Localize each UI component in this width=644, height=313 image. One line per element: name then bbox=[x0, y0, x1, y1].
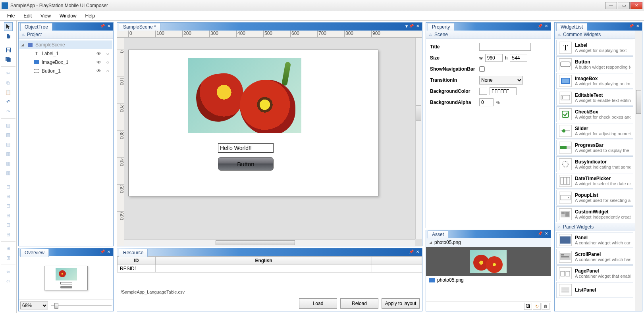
tool-distribute-v3[interactable]: ⊟ bbox=[4, 230, 13, 239]
pin-icon[interactable]: 📌 bbox=[629, 23, 634, 29]
tree-item-scene[interactable]: ◢ SampleScene bbox=[19, 40, 112, 49]
menu-window[interactable]: Window bbox=[56, 12, 81, 19]
tool-align-top[interactable]: ▥ bbox=[4, 150, 13, 158]
menu-file[interactable]: File bbox=[3, 12, 19, 19]
tool-same-width[interactable]: ⬄ bbox=[4, 267, 13, 276]
pin-icon[interactable]: 📌 bbox=[409, 249, 414, 255]
widget-item-popuplist[interactable]: PopupListA widget used for selecting an bbox=[556, 190, 633, 205]
canvas-button[interactable]: Button bbox=[218, 157, 274, 171]
overview-tab[interactable]: Overview bbox=[20, 249, 49, 257]
visibility-icon[interactable]: 👁 bbox=[96, 60, 102, 65]
close-panel-icon[interactable]: ✕ bbox=[415, 249, 420, 255]
widget-item-scrollpanel[interactable]: ScrollPanelA container widget which has … bbox=[556, 249, 633, 265]
widget-item-imagebox[interactable]: ImageBoxA widget for displaying an ima bbox=[556, 73, 633, 89]
scene-canvas[interactable]: Hello World!! Button bbox=[124, 38, 422, 246]
tool-align-right[interactable]: ▤ bbox=[4, 140, 13, 149]
scene-tab[interactable]: SampleScene * bbox=[119, 23, 160, 31]
pin-icon[interactable]: 📌 bbox=[100, 249, 105, 255]
resource-col-english[interactable]: English bbox=[156, 257, 372, 265]
zoom-slider[interactable] bbox=[51, 302, 112, 309]
tool-select[interactable] bbox=[4, 22, 13, 31]
prop-height-input[interactable] bbox=[510, 54, 527, 62]
tool-undo[interactable]: ↶ bbox=[4, 98, 13, 106]
close-panel-icon[interactable]: ✕ bbox=[544, 23, 549, 29]
prop-shownav-checkbox[interactable] bbox=[479, 66, 485, 72]
project-section-header[interactable]: Project bbox=[19, 31, 113, 39]
reload-button[interactable]: Reload bbox=[340, 298, 378, 309]
widget-item-checkbox[interactable]: CheckBoxA widget for check boxes and i bbox=[556, 106, 633, 122]
tool-save[interactable] bbox=[4, 46, 13, 54]
resource-col-id[interactable]: ID bbox=[118, 257, 156, 265]
widget-item-editabletext[interactable]: EditableTextA widget to enable text-edit… bbox=[556, 90, 633, 106]
scene-menu-icon[interactable]: ▾ bbox=[405, 23, 408, 29]
widget-item-panel[interactable]: PanelA container widget which can s bbox=[556, 232, 633, 248]
asset-add-button[interactable]: 🖼 bbox=[524, 303, 532, 310]
close-panel-icon[interactable]: ✕ bbox=[415, 23, 420, 29]
resource-row[interactable]: RESID1 bbox=[118, 265, 422, 273]
prop-transition-select[interactable]: None bbox=[479, 76, 523, 84]
widget-item-customwidget[interactable]: CustomWidgetA widget independently creat… bbox=[556, 206, 633, 222]
tool-align-left[interactable]: ▤ bbox=[4, 121, 13, 130]
close-button[interactable]: ✕ bbox=[631, 2, 642, 9]
prop-bgalpha-input[interactable] bbox=[479, 98, 494, 106]
tool-distribute-h1[interactable]: ⊟ bbox=[4, 182, 13, 191]
prop-title-input[interactable] bbox=[479, 43, 531, 51]
widget-item-listpanel[interactable]: ListPanel bbox=[556, 282, 633, 298]
canvas-label[interactable]: Hello World!! bbox=[218, 143, 274, 153]
maximize-button[interactable]: ▭ bbox=[618, 2, 630, 9]
prop-width-input[interactable] bbox=[485, 54, 503, 62]
lock-icon[interactable]: ○ bbox=[104, 68, 111, 74]
resource-tab[interactable]: Resource bbox=[119, 249, 148, 257]
minimize-button[interactable]: — bbox=[605, 2, 617, 9]
asset-tab[interactable]: Asset bbox=[428, 230, 448, 238]
canvas-imagebox[interactable] bbox=[188, 58, 301, 133]
load-button[interactable]: Load bbox=[299, 298, 337, 309]
close-panel-icon[interactable]: ✕ bbox=[106, 249, 112, 255]
scene-page[interactable]: Hello World!! Button bbox=[128, 50, 378, 196]
scrollbar-vertical[interactable] bbox=[415, 38, 422, 239]
object-tree-tab[interactable]: ObjectTree bbox=[20, 23, 52, 31]
lock-icon[interactable]: ○ bbox=[104, 51, 111, 56]
widget-scrollbar[interactable] bbox=[635, 31, 642, 311]
widget-item-busyindicator[interactable]: BusyIndicatorA widget indicating that so… bbox=[556, 156, 633, 172]
pin-icon[interactable]: 📌 bbox=[409, 23, 414, 29]
pin-icon[interactable]: 📌 bbox=[537, 231, 543, 236]
widget-item-datetimepicker[interactable]: DateTimePickerA widget to select the dat… bbox=[556, 173, 633, 189]
widget-list-tab[interactable]: WidgetList bbox=[556, 23, 587, 31]
widget-item-slider[interactable]: SliderA widget for adjusting numeric bbox=[556, 123, 633, 139]
tool-copy[interactable]: ⧉ bbox=[4, 79, 13, 87]
pin-icon[interactable]: 📌 bbox=[537, 23, 543, 29]
asset-list-item[interactable]: photo05.png bbox=[426, 276, 551, 284]
close-panel-icon[interactable]: ✕ bbox=[106, 23, 112, 29]
asset-refresh-button[interactable]: ↻ bbox=[533, 303, 541, 310]
pin-icon[interactable]: 📌 bbox=[100, 23, 105, 29]
widget-item-progressbar[interactable]: ProgressBarA widget used to display the … bbox=[556, 140, 633, 156]
tool-redo[interactable]: ↷ bbox=[4, 107, 13, 116]
tool-distribute-h2[interactable]: ⊟ bbox=[4, 192, 13, 201]
menu-help[interactable]: Help bbox=[81, 12, 99, 19]
close-panel-icon[interactable]: ✕ bbox=[544, 231, 549, 236]
zoom-select[interactable]: 68% bbox=[20, 301, 48, 309]
tool-space-v[interactable]: ⊞ bbox=[4, 253, 13, 262]
menu-edit[interactable]: Edit bbox=[19, 12, 36, 19]
visibility-icon[interactable]: 👁 bbox=[96, 51, 102, 56]
close-panel-icon[interactable]: ✕ bbox=[635, 23, 640, 29]
tool-align-center[interactable]: ▤ bbox=[4, 131, 13, 139]
color-swatch[interactable] bbox=[479, 88, 487, 95]
asset-header[interactable]: ◢ photo05.png bbox=[426, 238, 551, 247]
tool-paste[interactable]: 📋 bbox=[4, 88, 13, 97]
scrollbar-horizontal[interactable] bbox=[124, 239, 415, 246]
menu-view[interactable]: View bbox=[37, 12, 55, 19]
visibility-icon[interactable]: 👁 bbox=[96, 68, 102, 74]
tree-item-button[interactable]: Button_1 👁 ○ bbox=[19, 67, 112, 75]
common-widgets-header[interactable]: Common Widgets bbox=[555, 31, 635, 39]
tool-saveall[interactable] bbox=[4, 55, 13, 64]
tool-align-bottom[interactable]: ▥ bbox=[4, 169, 13, 177]
tool-distribute-v2[interactable]: ⊟ bbox=[4, 221, 13, 229]
widget-item-pagepanel[interactable]: PagePanelA container widget that enable bbox=[556, 265, 633, 281]
overview-canvas[interactable] bbox=[19, 256, 113, 300]
property-tab[interactable]: Property bbox=[428, 23, 454, 31]
tool-cut[interactable]: ✂ bbox=[4, 69, 13, 78]
tree-item-label[interactable]: T Label_1 👁 ○ bbox=[19, 49, 112, 58]
tool-distribute-h3[interactable]: ⊟ bbox=[4, 202, 13, 210]
